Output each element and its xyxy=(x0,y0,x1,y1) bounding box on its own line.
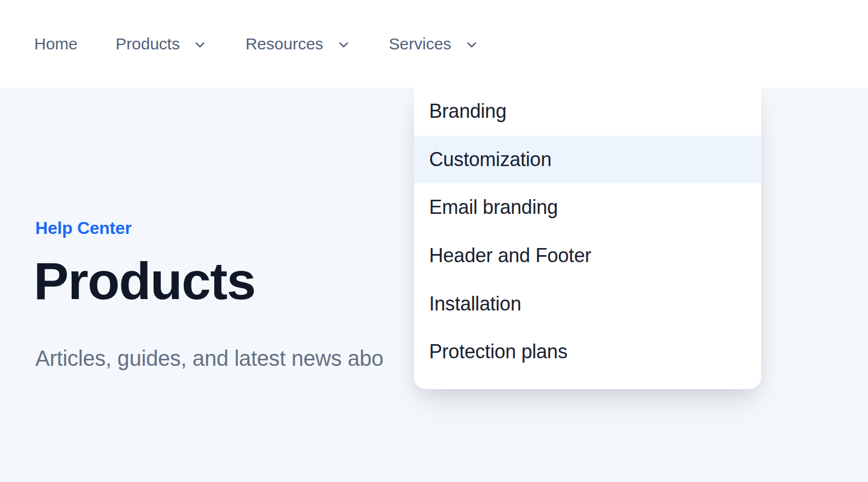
dropdown-item-label: Email branding xyxy=(429,196,558,219)
dropdown-item-label: Branding xyxy=(429,100,507,123)
chevron-down-icon xyxy=(336,37,351,52)
dropdown-item-customization[interactable]: Customization xyxy=(414,136,761,184)
nav-item-label: Resources xyxy=(245,35,323,53)
hero-subtitle: Articles, guides, and latest news abo xyxy=(35,346,384,371)
nav-menu: Home Products Resources xyxy=(34,35,479,53)
dropdown-item-label: Protection plans xyxy=(429,340,567,363)
dropdown-item-protection-plans[interactable]: Protection plans xyxy=(414,328,761,376)
chevron-down-icon xyxy=(193,37,207,52)
nav-item-products[interactable]: Products xyxy=(116,35,207,53)
nav-item-home[interactable]: Home xyxy=(34,35,78,53)
hero-eyebrow-link[interactable]: Help Center xyxy=(35,218,131,238)
chevron-down-icon xyxy=(464,37,479,52)
dropdown-item-label: Installation xyxy=(429,293,521,315)
top-navbar: Home Products Resources xyxy=(0,0,868,87)
page-title: Products xyxy=(34,255,255,307)
dropdown-item-header-and-footer[interactable]: Header and Footer xyxy=(414,232,761,280)
dropdown-item-label: Customization xyxy=(429,148,552,171)
nav-item-label: Products xyxy=(116,35,180,53)
services-dropdown-panel: Branding Customization Email branding He… xyxy=(414,87,761,389)
nav-item-label: Services xyxy=(389,35,451,53)
nav-item-label: Home xyxy=(34,35,78,53)
dropdown-item-label: Header and Footer xyxy=(429,244,591,267)
page: { "nav": { "items": [ { "label": "Home",… xyxy=(0,0,868,482)
dropdown-item-branding[interactable]: Branding xyxy=(414,87,761,136)
dropdown-item-installation[interactable]: Installation xyxy=(414,280,761,328)
dropdown-item-email-branding[interactable]: Email branding xyxy=(414,183,761,232)
nav-item-resources[interactable]: Resources xyxy=(245,35,350,53)
nav-item-services[interactable]: Services xyxy=(389,35,479,53)
